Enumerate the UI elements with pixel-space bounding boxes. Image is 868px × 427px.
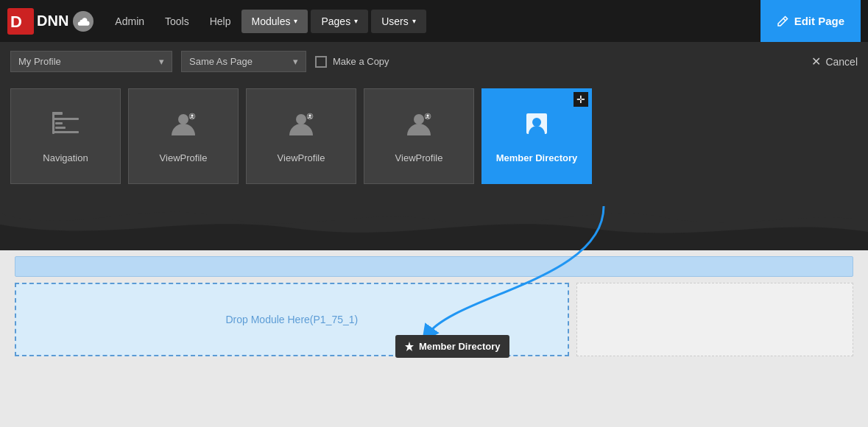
dnn-text: DNN [37,13,68,29]
admin-menu[interactable]: Admin [105,10,155,33]
users-chevron-icon: ▾ [412,17,416,25]
profile-dropdown[interactable]: My Profile ▾ [10,51,172,72]
location-chevron-icon: ▾ [293,56,298,67]
cancel-button[interactable]: ✕ Cancel [811,54,858,68]
module-card-viewprofile-1[interactable]: ViewProfile [128,88,239,184]
drop-zone-text: Drop Module Here(P1_75_1) [225,314,358,325]
make-copy-checkbox[interactable] [315,56,327,68]
navigation-module-icon [49,109,82,145]
profile-chevron-icon: ▾ [159,56,164,67]
logo: D DNN [7,8,93,35]
cancel-x-icon: ✕ [811,54,821,68]
highlight-bar-1 [15,256,853,277]
pin-icon [404,342,414,352]
viewprofile1-module-label: ViewProfile [160,152,208,163]
edit-icon [777,15,788,27]
module-selector-bar: My Profile ▾ Same As Page ▾ Make a Copy … [0,42,868,81]
cloud-icon [73,11,93,32]
pages-dropdown[interactable]: Pages ▾ [311,10,368,33]
viewprofile2-module-icon [285,109,317,145]
svg-rect-4 [52,118,79,120]
make-copy-container: Make a Copy [315,56,389,68]
svg-text:D: D [10,13,22,31]
svg-rect-8 [55,127,66,129]
navigation-module-label: Navigation [43,152,88,163]
help-menu[interactable]: Help [200,10,241,33]
move-handle-icon[interactable]: ✛ [574,92,588,107]
pages-chevron-icon: ▾ [354,17,358,25]
svg-point-12 [296,114,306,124]
users-dropdown[interactable]: Users ▾ [371,10,426,33]
module-card-viewprofile-3[interactable]: ViewProfile [364,88,474,184]
svg-point-9 [178,114,188,124]
viewprofile3-module-icon [403,109,435,145]
module-grid: Navigation ViewProfile ViewProfile [0,81,868,199]
viewprofile1-module-icon [167,109,200,145]
svg-rect-6 [52,131,79,133]
module-card-navigation[interactable]: Navigation [10,88,121,184]
edit-page-button[interactable]: Edit Page [761,0,861,42]
modules-chevron-icon: ▾ [294,17,297,25]
wave-divider [0,199,868,250]
member-directory-module-label: Member Directory [496,152,578,163]
modules-dropdown[interactable]: Modules ▾ [241,10,308,33]
tools-menu[interactable]: Tools [155,10,200,33]
viewprofile2-module-label: ViewProfile [278,152,325,163]
dnn-logo-icon: D [7,8,34,35]
svg-point-14 [309,115,311,117]
svg-rect-7 [55,122,63,124]
tooltip-label: Member Directory [419,341,501,352]
svg-rect-5 [52,112,54,134]
svg-point-11 [191,115,194,117]
location-dropdown[interactable]: Same As Page ▾ [181,51,306,72]
member-directory-module-icon [521,109,553,145]
member-directory-tooltip: Member Directory [395,335,509,358]
svg-point-15 [414,114,424,124]
svg-point-19 [532,118,541,127]
svg-line-2 [783,18,786,21]
viewprofile3-module-label: ViewProfile [395,152,443,163]
module-card-member-directory[interactable]: ✛ Member Directory [481,88,592,184]
navbar: D DNN Admin Tools Help Modules ▾ Pages ▾… [0,0,868,42]
svg-point-17 [427,115,429,117]
module-card-viewprofile-2[interactable]: ViewProfile [246,88,356,184]
drop-zone-right [576,283,853,356]
